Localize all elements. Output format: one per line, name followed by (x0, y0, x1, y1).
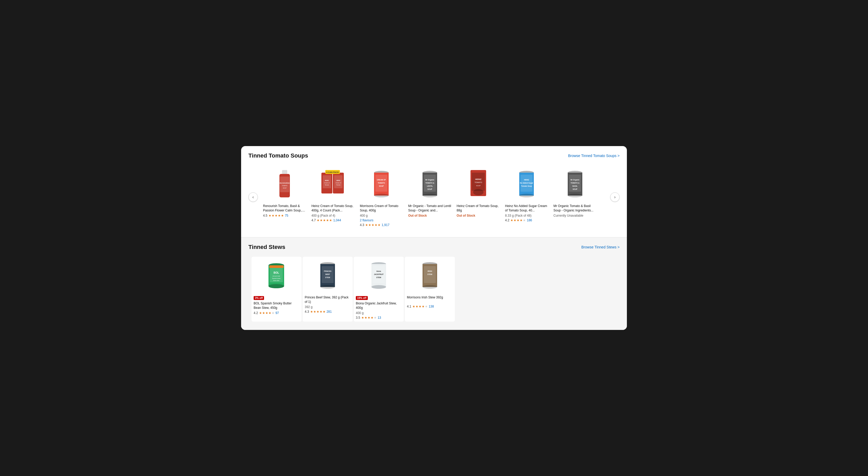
star-full: ★ (368, 223, 371, 227)
svg-text:SOUP: SOUP (379, 185, 384, 187)
svg-text:4 CAN PACK: 4 CAN PACK (326, 171, 339, 173)
product-image-wrapper: RE:NOURISH TOMATO SOUP (263, 167, 306, 201)
out-of-stock-label: Out of Stock (457, 214, 500, 217)
svg-text:TOMATO: TOMATO (474, 181, 482, 183)
star-half: ★ (281, 214, 284, 217)
star-full: ★ (326, 218, 329, 222)
product-name: Mr Organic - Tomato and Lentil Soup - Or… (408, 204, 452, 213)
product-card-p2[interactable]: 4 CAN PACK HEINZ Cream of Tomato HEINZ C… (309, 165, 357, 229)
svg-text:CREAM OF: CREAM OF (377, 179, 386, 181)
product-card-p6[interactable]: HEINZNo Added SugarTomato Soup Heinz No … (503, 165, 551, 229)
svg-text:Cream of: Cream of (324, 182, 330, 183)
review-count[interactable]: 97 (276, 311, 279, 315)
star-full: ★ (320, 218, 323, 222)
product-card-p1[interactable]: RE:NOURISH TOMATO SOUP Renourish Tomato,… (261, 165, 308, 229)
product-weight: 8.33 g (Pack of 48) (505, 214, 549, 217)
stars: ★★★★★ (259, 311, 275, 315)
browse-soups-link[interactable]: Browse Tinned Tomato Soups > (568, 154, 620, 158)
rating-row: 4.2 ★★★★★ 186 (505, 218, 549, 222)
browse-stews-link[interactable]: Browse Tinned Stews > (581, 245, 620, 249)
review-count[interactable]: 1,917 (382, 223, 390, 227)
stews-products-row: BOL one pot meal Spanish butter bean ste… (248, 255, 620, 324)
star-empty: ★ (272, 311, 275, 315)
section-header-soups: Tinned Tomato Soups Browse Tinned Tomato… (248, 152, 620, 159)
star-full: ★ (269, 214, 271, 217)
svg-text:Cream of: Cream of (336, 182, 341, 183)
svg-rect-9 (334, 175, 342, 188)
svg-text:BOL: BOL (274, 271, 279, 274)
out-of-stock-label: Out of Stock (408, 214, 452, 217)
svg-rect-62 (269, 265, 284, 268)
star-half: ★ (371, 316, 374, 319)
svg-point-65 (320, 285, 335, 289)
review-count[interactable]: 75 (285, 214, 288, 217)
rating-number: 4.2 (254, 311, 258, 315)
star-full: ★ (368, 316, 370, 319)
svg-text:SOUP: SOUP (428, 188, 432, 190)
product-card-s3[interactable]: bionaJACKFRUITSTEW 19% off Biona Organic… (354, 257, 404, 321)
svg-text:one pot meal: one pot meal (273, 275, 280, 277)
product-card-s4[interactable]: IRISHSTEW Morrisons Irish Stew 392g 4.1 … (405, 257, 455, 321)
svg-text:BEEF: BEEF (325, 273, 330, 275)
review-count[interactable]: 1,044 (333, 218, 341, 222)
star-full: ★ (514, 218, 516, 222)
star-full: ★ (265, 311, 268, 315)
svg-text:HEINZ: HEINZ (524, 179, 529, 181)
svg-rect-2 (280, 176, 289, 192)
star-full: ★ (272, 214, 275, 217)
rating-row: 4.5 ★★★★★ 75 (263, 214, 306, 217)
star-full: ★ (278, 214, 281, 217)
star-full: ★ (412, 305, 415, 308)
product-card-s1[interactable]: BOL one pot meal Spanish butter bean ste… (251, 257, 302, 321)
svg-point-27 (423, 194, 437, 197)
rating-number: 4.3 (360, 223, 364, 227)
svg-rect-8 (323, 175, 331, 188)
product-card-p7[interactable]: Mr OrganicTOMATO &BASILSOUP Mr Organic T… (551, 165, 599, 229)
product-weight: 400 g (356, 311, 402, 315)
product-card-p3[interactable]: CREAM OFTOMATOSOUP Morrisons Cream of To… (358, 165, 405, 229)
main-container: Tinned Tomato Soups Browse Tinned Tomato… (241, 146, 627, 330)
svg-text:TOMATO &: TOMATO & (570, 182, 580, 184)
svg-text:Mr Organic: Mr Organic (570, 179, 580, 181)
svg-point-20 (374, 194, 389, 197)
review-count[interactable]: 138 (429, 305, 434, 308)
product-card-p4[interactable]: Mr OrganicTOMATO &LENTILSOUP Mr Organic … (406, 165, 454, 229)
star-full: ★ (517, 218, 520, 222)
svg-text:STEW: STEW (325, 276, 331, 278)
carousel-prev-btn[interactable]: ‹ (248, 193, 258, 202)
svg-text:RE:NOURISH: RE:NOURISH (280, 182, 289, 184)
svg-text:biona: biona (376, 270, 381, 272)
star-full: ★ (259, 311, 262, 315)
star-empty: ★ (523, 218, 526, 222)
section-title-stews: Tinned Stews (248, 244, 285, 250)
star-half: ★ (378, 223, 380, 227)
product-image-wrapper: Mr OrganicTOMATO &BASILSOUP (553, 167, 597, 201)
star-full: ★ (418, 305, 422, 308)
product-card-p5[interactable]: HEINZ TOMATO SOUP Heinz Cream of Tomato … (455, 165, 502, 229)
star-full: ★ (317, 218, 319, 222)
star-full: ★ (375, 223, 377, 227)
rating-number: 4.1 (407, 305, 411, 308)
stars: ★★★★★ (412, 305, 428, 308)
star-full: ★ (520, 218, 523, 222)
section-title-soups: Tinned Tomato Soups (248, 152, 308, 159)
rating-number: 4.2 (505, 218, 509, 222)
product-image-wrapper: HEINZNo Added SugarTomato Soup (505, 167, 549, 201)
star-full: ★ (323, 218, 326, 222)
review-count[interactable]: 186 (527, 218, 532, 222)
stars: ★★★★★ (310, 310, 326, 313)
review-count[interactable]: 13 (378, 316, 381, 319)
star-full: ★ (422, 305, 425, 308)
review-count[interactable]: 281 (327, 310, 332, 313)
flavours-link[interactable]: 2 flavours (360, 218, 403, 222)
svg-point-38 (473, 189, 484, 195)
svg-text:BASIL: BASIL (572, 185, 578, 187)
svg-text:STEW: STEW (376, 276, 382, 278)
product-card-s2[interactable]: PRINCESBEEFSTEW Princes Beef Stew, 392 g… (303, 257, 353, 321)
svg-text:IRISH: IRISH (428, 270, 432, 272)
svg-point-48 (568, 194, 582, 197)
carousel-next-btn[interactable]: › (610, 193, 620, 202)
product-image-wrapper: IRISHSTEW (407, 259, 453, 293)
rating-row: 3.5 ★★★★★ 13 (356, 316, 402, 319)
unavailable-label: Currently Unavailable (553, 214, 597, 217)
